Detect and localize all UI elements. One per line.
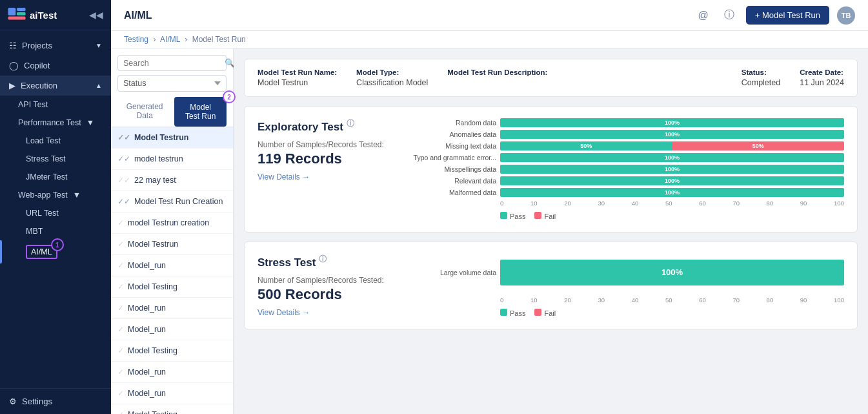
list-item[interactable]: ✓ Model Testing bbox=[111, 276, 233, 298]
logo-text: aiTest bbox=[30, 10, 57, 21]
sidebar-item-performance-test[interactable]: Performance Test ▼ bbox=[0, 114, 111, 132]
list-item[interactable]: ✓✓ Model Test Run Creation bbox=[111, 191, 233, 212]
list-item[interactable]: ✓ Model_run bbox=[111, 298, 233, 319]
list-item[interactable]: ✓ Model Testing bbox=[111, 404, 233, 414]
check-icon: ✓ bbox=[117, 282, 124, 291]
info-date-value: 11 Jun 2024 bbox=[800, 78, 844, 87]
info-name: Model Test Run Name: Model Testrun bbox=[257, 68, 337, 87]
stress-test-view-details[interactable]: View Details → bbox=[257, 308, 399, 317]
bar-pass: 100% bbox=[500, 118, 844, 127]
test-run-list: ✓✓ Model Testrun ✓✓ model testrun ✓✓ 22 … bbox=[111, 127, 233, 414]
sidebar-item-jmeter-test[interactable]: JMeter Test bbox=[0, 168, 111, 186]
sidebar-item-copilot[interactable]: ◯ Copilot bbox=[0, 56, 111, 76]
chart-bar-row: Anomalies data 100% bbox=[412, 130, 844, 139]
sidebar-item-label: API Test bbox=[18, 100, 48, 109]
chart-bar-row: Misspellings data 100% bbox=[412, 165, 844, 174]
svg-rect-1 bbox=[17, 8, 26, 11]
chart-legend: Pass Fail bbox=[412, 212, 844, 220]
list-item[interactable]: ✓ Model_run bbox=[111, 319, 233, 340]
at-icon-button[interactable]: @ bbox=[694, 6, 712, 25]
check-icon: ✓✓ bbox=[117, 154, 130, 163]
sidebar-item-label: Projects bbox=[22, 41, 52, 50]
breadcrumb-aiml[interactable]: AI/ML bbox=[160, 35, 180, 44]
info-desc: Model Test Run Description: bbox=[447, 68, 722, 87]
tab-generated-data[interactable]: Generated Data bbox=[117, 97, 172, 127]
search-box: 🔍 bbox=[117, 55, 227, 71]
svg-rect-0 bbox=[8, 8, 15, 16]
stress-test-info: Stress Test ⓘ Number of Samples/Records … bbox=[257, 254, 399, 317]
info-date-label: Create Date: bbox=[800, 68, 844, 76]
sidebar-item-aiml[interactable]: AI/ML 1 bbox=[0, 240, 111, 264]
check-icon: ✓ bbox=[117, 367, 124, 377]
stress-test-section: Stress Test ⓘ Number of Samples/Records … bbox=[244, 242, 858, 329]
info-status: Status: Completed bbox=[742, 68, 780, 87]
list-item[interactable]: ✓ Model_run bbox=[111, 255, 233, 276]
list-item-label: Model Testing bbox=[128, 410, 177, 414]
main-content: AI/ML @ ⓘ + Model Test Run TB Testing › … bbox=[111, 0, 868, 414]
legend-fail: Fail bbox=[534, 309, 556, 317]
chevron-down-icon: ▼ bbox=[73, 191, 81, 200]
sidebar-item-mbt[interactable]: MBT bbox=[0, 222, 111, 240]
svg-rect-2 bbox=[17, 12, 26, 16]
info-date: Create Date: 11 Jun 2024 bbox=[800, 68, 844, 87]
breadcrumb-testing[interactable]: Testing bbox=[124, 35, 148, 44]
chart-axis: 0102030405060708090100 bbox=[412, 200, 844, 207]
list-item-label: Model Testrun bbox=[134, 133, 189, 142]
sidebar-item-label: JMeter Test bbox=[26, 172, 67, 181]
list-item[interactable]: ✓ Model_run bbox=[111, 362, 233, 383]
sidebar-header: aiTest ◀◀ bbox=[0, 0, 111, 30]
bar-pass: 100% bbox=[500, 165, 844, 174]
info-type-value: Classification Model bbox=[356, 78, 428, 87]
status-filter[interactable]: Status bbox=[117, 75, 227, 92]
check-icon: ✓ bbox=[117, 218, 124, 227]
topbar-right: @ ⓘ + Model Test Run TB bbox=[694, 6, 855, 25]
exploratory-test-info: Exploratory Test ⓘ Number of Samples/Rec… bbox=[257, 118, 399, 220]
list-item-label: Model_run bbox=[128, 304, 166, 313]
list-item-label: model testrun bbox=[134, 154, 183, 163]
check-icon: ✓ bbox=[117, 410, 124, 414]
list-item[interactable]: ✓ model Testrun creation bbox=[111, 212, 233, 234]
info-type: Model Type: Classification Model bbox=[356, 68, 428, 87]
list-item[interactable]: ✓✓ model testrun bbox=[111, 149, 233, 170]
info-icon: ⓘ bbox=[347, 119, 354, 128]
sidebar-item-load-test[interactable]: Load Test bbox=[0, 132, 111, 150]
info-icon-button[interactable]: ⓘ bbox=[720, 6, 738, 25]
add-model-test-run-button[interactable]: + Model Test Run bbox=[746, 6, 829, 25]
list-item-label: Model Testrun bbox=[128, 240, 178, 249]
list-item[interactable]: ✓✓ Model Testrun bbox=[111, 127, 233, 149]
chart-bar-row: Random data 100% bbox=[412, 118, 844, 127]
legend-pass: Pass bbox=[500, 212, 525, 220]
stress-test-title: Stress Test ⓘ bbox=[257, 254, 399, 269]
list-item[interactable]: ✓ Model Testrun bbox=[111, 234, 233, 255]
list-item[interactable]: ✓✓ 22 may test bbox=[111, 170, 233, 191]
list-item[interactable]: ✓ Model Testing bbox=[111, 340, 233, 362]
sidebar-item-label: Load Test bbox=[26, 136, 61, 145]
collapse-sidebar-button[interactable]: ◀◀ bbox=[89, 10, 103, 20]
sidebar-item-label: Performance Test bbox=[18, 118, 81, 127]
exploratory-test-section: Exploratory Test ⓘ Number of Samples/Rec… bbox=[244, 106, 858, 233]
tab-model-test-run[interactable]: Model Test Run bbox=[174, 97, 227, 127]
check-icon: ✓ bbox=[117, 261, 124, 270]
sidebar-item-label: AI/ML bbox=[31, 247, 52, 256]
info-desc-label: Model Test Run Description: bbox=[447, 68, 722, 76]
sidebar-item-execution[interactable]: ▶ Execution ▲ bbox=[0, 76, 111, 96]
breadcrumb: Testing › AI/ML › Model Test Run bbox=[111, 31, 868, 48]
sidebar-item-label: Web-app Test bbox=[18, 191, 68, 200]
sidebar-item-projects[interactable]: ☷ Projects ▼ bbox=[0, 36, 111, 56]
sidebar-nav: ☷ Projects ▼ ◯ Copilot ▶ Execution ▲ API… bbox=[0, 30, 111, 388]
info-name-value: Model Testrun bbox=[257, 78, 337, 87]
check-icon: ✓ bbox=[117, 325, 124, 334]
sidebar-item-webapp-test[interactable]: Web-app Test ▼ bbox=[0, 186, 111, 204]
sidebar-settings[interactable]: ⚙ Settings bbox=[0, 388, 111, 414]
chevron-up-icon: ▲ bbox=[96, 82, 102, 89]
sidebar-item-url-test[interactable]: URL Test bbox=[0, 204, 111, 222]
search-input[interactable] bbox=[123, 59, 225, 68]
settings-icon: ⚙ bbox=[9, 397, 17, 406]
exploratory-test-view-details[interactable]: View Details → bbox=[257, 172, 399, 181]
stress-test-count: 500 Records bbox=[257, 286, 399, 303]
check-icon: ✓✓ bbox=[117, 176, 130, 185]
sidebar-item-api-test[interactable]: API Test bbox=[0, 96, 111, 114]
list-item[interactable]: ✓ Model_run bbox=[111, 383, 233, 404]
chart-axis: 0102030405060708090100 bbox=[412, 296, 844, 304]
sidebar-item-stress-test[interactable]: Stress Test bbox=[0, 150, 111, 168]
